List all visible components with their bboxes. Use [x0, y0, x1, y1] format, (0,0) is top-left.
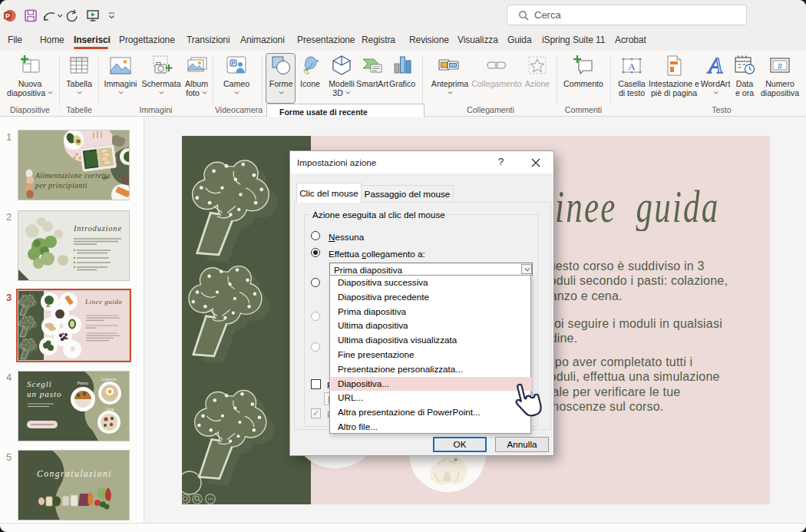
svg-text:P: P	[231, 60, 235, 67]
svg-text:Scegli: Scegli	[27, 379, 52, 388]
svg-text:P: P	[5, 12, 10, 20]
svg-text:Alimentazione corretta: Alimentazione corretta	[35, 172, 111, 180]
svg-text:A: A	[628, 61, 636, 72]
svg-text:per principianti: per principianti	[35, 182, 88, 190]
svg-text:Pranzo: Pranzo	[78, 382, 89, 385]
svg-text:Linee guida: Linee guida	[84, 298, 122, 306]
svg-text:Congratulazioni: Congratulazioni	[37, 469, 112, 479]
svg-text:#: #	[778, 61, 783, 71]
svg-text:Introduzione: Introduzione	[73, 224, 122, 233]
svg-text:un pasto: un pasto	[27, 389, 62, 398]
svg-text:Colazione: Colazione	[101, 378, 117, 382]
svg-text:A: A	[707, 55, 723, 77]
